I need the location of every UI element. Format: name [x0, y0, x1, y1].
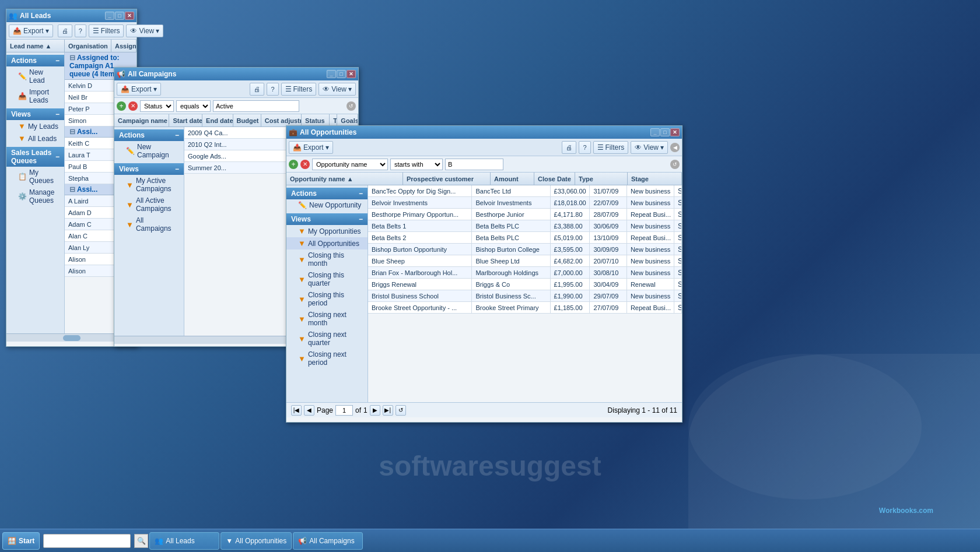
leads-views-header[interactable]: Views −	[6, 108, 64, 120]
leads-col-leadname[interactable]: Lead name ▲	[6, 40, 65, 52]
all-active-campaigns-view[interactable]: ▼ All Active Campaigns	[114, 195, 184, 215]
leads-filters-btn[interactable]: ☰ Filters	[89, 24, 124, 37]
taskbar-all-leads[interactable]: 👥 All Leads	[149, 532, 219, 550]
leads-col-org[interactable]: Organisation	[65, 40, 111, 52]
campaigns-filter-clear-btn[interactable]: ↺	[346, 101, 356, 111]
table-row[interactable]: BancTec Oppty for Dig Sign... BancTec Lt…	[368, 185, 682, 197]
table-row[interactable]: Briggs Renewal Briggs & Co £1,995.00 30/…	[368, 279, 682, 290]
opportunities-filter-clear-btn[interactable]: ↺	[670, 160, 680, 169]
oppty-col-type[interactable]: Type	[575, 173, 628, 185]
table-row[interactable]: Brian Fox - Marlborough Hol... Marlborou…	[368, 267, 682, 279]
all-campaigns-view[interactable]: ▼ All Campaigns	[114, 215, 184, 234]
refresh-btn[interactable]: ↺	[396, 405, 406, 416]
campaigns-minimize-btn[interactable]: _	[327, 70, 336, 78]
import-leads-btn[interactable]: 📥 Import Leads	[6, 86, 64, 106]
oppty-actions-header[interactable]: Actions −	[286, 188, 368, 199]
campaigns-view-btn[interactable]: 👁 View ▾	[318, 83, 356, 96]
taskbar-search-input[interactable]	[43, 534, 131, 548]
opportunities-collapse-btn[interactable]: ◀	[670, 143, 680, 152]
table-row[interactable]: Bristol Business School Bristol Business…	[368, 290, 682, 302]
all-opportunities-view[interactable]: ▼ All Opportunities	[286, 237, 368, 249]
page-input[interactable]	[335, 405, 353, 416]
all-leads-view[interactable]: ▼ All Leads	[6, 132, 64, 145]
campaigns-export-btn[interactable]: 📤 Export ▾	[117, 83, 161, 96]
leads-print-btn[interactable]: 🖨	[58, 24, 72, 37]
campaigns-filters-btn[interactable]: ☰ Filters	[281, 83, 317, 96]
opportunities-filter-field[interactable]: Opportunity name	[312, 159, 388, 170]
campaigns-col-enddate[interactable]: End date	[202, 114, 233, 126]
oppty-col-stage[interactable]: Stage	[628, 173, 682, 185]
campaigns-views-header[interactable]: Views −	[114, 163, 184, 175]
campaigns-maximize-btn[interactable]: □	[337, 70, 346, 78]
new-lead-btn[interactable]: ✏️ New Lead	[6, 66, 64, 86]
opportunities-print-btn[interactable]: 🖨	[562, 141, 576, 154]
taskbar-search-btn[interactable]: 🔍	[134, 534, 148, 548]
closing-next-month-view[interactable]: ▼ Closing next month	[286, 309, 368, 329]
table-row[interactable]: Besthorpe Primary Opportun... Besthorpe …	[368, 209, 682, 220]
opportunities-minimize-btn[interactable]: _	[650, 128, 660, 136]
campaigns-filter-operator[interactable]: equals	[176, 100, 211, 112]
manage-queues-item[interactable]: ⚙️ Manage Queues	[6, 187, 64, 206]
campaigns-filter-add-btn[interactable]: +	[117, 101, 126, 111]
table-row[interactable]: Brooke Street Opportunity - ... Brooke S…	[368, 302, 682, 314]
campaigns-close-btn[interactable]: ✕	[346, 70, 356, 78]
campaigns-col-budget[interactable]: Budget	[233, 114, 261, 126]
my-active-campaigns-view[interactable]: ▼ My Active Campaigns	[114, 175, 184, 195]
campaigns-help-btn[interactable]: ?	[267, 83, 278, 96]
leads-close-btn[interactable]: ✕	[125, 12, 134, 20]
leads-view-btn[interactable]: 👁 View ▾	[126, 24, 163, 37]
opportunities-filter-add-btn[interactable]: +	[289, 160, 298, 169]
closing-next-quarter-view[interactable]: ▼ Closing next quarter	[286, 329, 368, 349]
oppty-col-closedate[interactable]: Close Date	[534, 173, 575, 185]
closing-this-period-view[interactable]: ▼ Closing this period	[286, 289, 368, 309]
opportunities-filter-value[interactable]	[445, 159, 503, 170]
last-page-btn[interactable]: ▶|	[383, 405, 393, 416]
opportunities-help-btn[interactable]: ?	[579, 141, 590, 154]
leads-help-btn[interactable]: ?	[75, 24, 86, 37]
leads-queues-header[interactable]: Sales Leads Queues −	[6, 147, 64, 167]
leads-maximize-btn[interactable]: □	[115, 12, 124, 20]
campaigns-filter-field[interactable]: Status	[140, 100, 174, 112]
campaigns-filter-value[interactable]	[213, 100, 299, 112]
leads-col-assigned[interactable]: Assigned to	[111, 40, 136, 52]
table-row[interactable]: Beta Belts 2 Beta Belts PLC £5,019.00 13…	[368, 232, 682, 244]
opportunities-filters-btn[interactable]: ☰ Filters	[593, 141, 629, 154]
campaigns-col-goals[interactable]: Goals	[337, 114, 358, 126]
closing-this-month-view[interactable]: ▼ Closing this month	[286, 249, 368, 269]
my-leads-view[interactable]: ▼ My Leads	[6, 120, 64, 132]
opportunities-filter-remove-btn[interactable]: ✕	[300, 160, 310, 169]
new-campaign-btn[interactable]: ✏️ New Campaign	[114, 141, 184, 161]
my-opportunities-view[interactable]: ▼ My Opportunities	[286, 225, 368, 237]
leads-group-link-0[interactable]: Assigned to: Campaign A1 queue (4 Items)	[69, 54, 121, 78]
table-row[interactable]: Belvoir Investments Belvoir Investments …	[368, 197, 682, 209]
opportunities-maximize-btn[interactable]: □	[660, 128, 670, 136]
prev-page-btn[interactable]: ◀	[304, 405, 314, 416]
campaigns-filter-remove-btn[interactable]: ✕	[128, 101, 138, 111]
leads-actions-header[interactable]: Actions −	[6, 55, 64, 66]
opportunities-export-btn[interactable]: 📤 Export ▾	[289, 141, 333, 154]
leads-minimize-btn[interactable]: _	[105, 12, 114, 20]
new-opportunity-btn[interactable]: ✏️ New Opportunity	[286, 199, 368, 211]
first-page-btn[interactable]: |◀	[291, 405, 302, 416]
table-row[interactable]: Beta Belts 1 Beta Belts PLC £3,388.00 30…	[368, 220, 682, 232]
oppty-views-header[interactable]: Views −	[286, 213, 368, 225]
oppty-col-amount[interactable]: Amount	[491, 173, 534, 185]
opportunities-filter-operator[interactable]: starts with	[390, 159, 443, 170]
opportunities-close-btn[interactable]: ✕	[670, 128, 680, 136]
campaigns-col-targetrev[interactable]: Target revenue	[330, 114, 337, 126]
my-queues-item[interactable]: 📋 My Queues	[6, 167, 64, 187]
closing-next-period-view[interactable]: ▼ Closing next period	[286, 349, 368, 368]
campaigns-col-status[interactable]: Status	[302, 114, 330, 126]
table-row[interactable]: Blue Sheep Blue Sheep Ltd £4,682.00 20/0…	[368, 255, 682, 267]
taskbar-all-opportunities[interactable]: ▼ All Opportunities	[220, 532, 292, 550]
leads-group-link-1[interactable]: Assi...	[77, 128, 97, 136]
start-button[interactable]: 🪟 Start	[2, 532, 40, 550]
campaigns-print-btn[interactable]: 🖨	[250, 83, 264, 96]
leads-export-btn[interactable]: 📤 Export ▾	[9, 24, 53, 37]
campaigns-col-costadjust[interactable]: Cost adjustm...	[261, 114, 302, 126]
opportunities-view-btn[interactable]: 👁 View ▾	[631, 141, 668, 154]
table-row[interactable]: Bishop Burton Opportunity Bishop Burton …	[368, 244, 682, 255]
campaigns-col-startdate[interactable]: Start date	[169, 114, 202, 126]
leads-group-link-2[interactable]: Assi...	[77, 185, 97, 194]
closing-this-quarter-view[interactable]: ▼ Closing this quarter	[286, 269, 368, 289]
